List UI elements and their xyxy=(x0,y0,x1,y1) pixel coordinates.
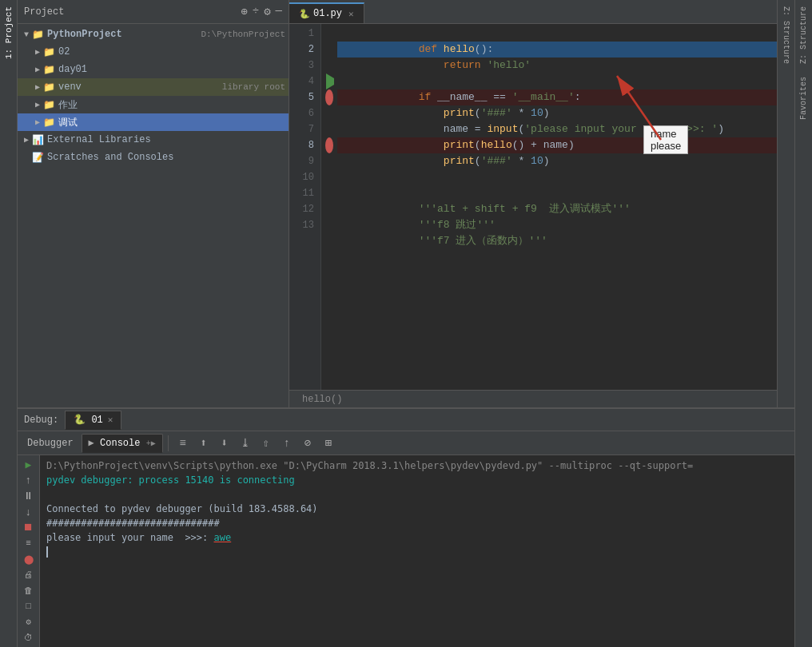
session-close-button[interactable]: ✕ xyxy=(108,415,113,425)
debug-close-btn[interactable]: □ xyxy=(20,600,38,613)
toolbar-sep xyxy=(168,435,169,451)
code-line-11: '''alt + shift + f9 进入调试模式''' xyxy=(337,185,777,201)
debug-header: Debug: 🐍 01 ✕ xyxy=(18,409,794,431)
console-input-line[interactable] xyxy=(46,546,788,558)
debug-stop-btn[interactable]: ⏹ xyxy=(20,522,38,534)
tab-close-button[interactable]: ✕ xyxy=(348,9,354,19)
toolbar-btn-up3[interactable]: ↑ xyxy=(277,434,297,453)
folder-icon: 📁 xyxy=(43,46,55,58)
arrow-icon: ▼ xyxy=(21,30,32,39)
gutter xyxy=(321,24,337,390)
tree-label: day01 xyxy=(58,64,285,75)
sidebar-icon-settings[interactable]: ⚙ xyxy=(264,5,270,18)
right-sidebar: Z: Structure xyxy=(777,0,794,407)
console-line-1: D:\PythonProject\venv\Scripts\python.exe… xyxy=(46,458,788,473)
tree-item-scratches[interactable]: 📝 Scratches and Consoles xyxy=(18,149,289,166)
tree-sublabel: library root xyxy=(222,82,285,92)
tree-label: 02 xyxy=(58,46,285,58)
debug-body: ▶ ↑ ⏸ ↓ ⏹ ≡ ⬤ 🖨 🗑 □ ⚙ ⏱ D:\PythonProject… xyxy=(18,455,794,647)
gutter-5 xyxy=(321,89,337,105)
run-indicator xyxy=(326,73,334,89)
structure-sidebar: Z: Structure Favorites xyxy=(794,0,812,647)
favorites-tab[interactable]: Favorites xyxy=(798,70,810,126)
tree-item-pythonproject[interactable]: ▼ 📁 PythonProject D:\PythonProject xyxy=(18,26,289,43)
console-input-value: awe xyxy=(214,530,232,545)
code-area[interactable]: def hello(): return 'hello' if __name__ … xyxy=(337,24,777,390)
console-line-4: Connected to pydev debugger (build 183.4… xyxy=(46,502,788,516)
tree-item-homework[interactable]: ▶ 📁 作业 xyxy=(18,96,289,113)
arrow-icon: ▶ xyxy=(32,65,43,74)
toolbar-btn-mute[interactable]: ⊘ xyxy=(298,434,317,453)
tree-label: PythonProject xyxy=(47,29,196,40)
breakpoint-5[interactable] xyxy=(325,89,333,105)
console-tab-btn[interactable]: ▶ Console +▶ xyxy=(82,434,163,453)
debug-console[interactable]: D:\PythonProject\venv\Scripts\python.exe… xyxy=(40,455,794,647)
debug-scroll-down[interactable]: ↓ xyxy=(20,506,38,518)
toolbar-btn-down[interactable]: ⬇ xyxy=(215,434,234,453)
library-icon: 📊 xyxy=(32,134,44,146)
gutter-1 xyxy=(321,26,337,42)
arrow-icon: ▶ xyxy=(32,47,43,57)
tab-label: 01.py xyxy=(313,8,342,19)
tree-item-day01[interactable]: ▶ 📁 day01 xyxy=(18,61,289,78)
tree-item-external-libs[interactable]: ▶ 📊 External Libraries xyxy=(18,131,289,149)
folder-icon: 📁 xyxy=(43,99,55,111)
gutter-9 xyxy=(321,153,337,169)
structure-tab[interactable]: Z: Structure xyxy=(798,0,810,70)
session-name: 01 xyxy=(91,415,102,426)
gutter-13 xyxy=(321,217,337,233)
sidebar-icon-split[interactable]: ÷ xyxy=(253,5,259,18)
folder-icon: 📁 xyxy=(43,81,55,93)
sidebar: Project ⊕ ÷ ⚙ ─ ▼ 📁 PythonProject D:\Pyt… xyxy=(18,0,289,407)
debug-title: Debug: xyxy=(24,415,58,426)
debug-tab-session[interactable]: 🐍 01 ✕ xyxy=(65,411,121,430)
toolbar-btn-up[interactable]: ⬆ xyxy=(194,434,213,453)
gutter-10 xyxy=(321,169,337,185)
editor-status-bar: hello() xyxy=(289,390,777,407)
debug-panel: Debug: 🐍 01 ✕ Debugger ▶ Console +▶ ≡ ⬆ … xyxy=(18,407,794,647)
debugger-tab-btn[interactable]: Debugger xyxy=(21,434,80,453)
arrow-icon: ▶ xyxy=(32,100,43,109)
toolbar-btn-table[interactable]: ⊞ xyxy=(319,434,338,453)
gutter-11 xyxy=(321,185,337,201)
folder-icon: 📁 xyxy=(43,117,55,129)
debug-clear-btn[interactable]: 🗑 xyxy=(20,584,38,597)
sidebar-icon-add[interactable]: ⊕ xyxy=(241,5,247,18)
line-numbers: 1 2 3 4 5 6 7 8 9 10 11 12 13 xyxy=(289,24,321,390)
arrow-icon: ▶ xyxy=(32,82,43,92)
gutter-6 xyxy=(321,105,337,121)
tree-label: venv xyxy=(58,81,217,93)
gutter-7 xyxy=(321,121,337,137)
arrow-icon: ▶ xyxy=(32,117,43,127)
debug-scroll-up[interactable]: ↑ xyxy=(20,474,38,487)
session-icon: 🐍 xyxy=(74,414,86,426)
sidebar-icon-minimize[interactable]: ─ xyxy=(276,5,282,18)
breakpoint-8[interactable] xyxy=(325,137,333,153)
tree-item-debug[interactable]: ▶ 📁 调试 xyxy=(18,113,289,131)
tree-sublabel: D:\PythonProject xyxy=(201,30,285,39)
tree-item-02[interactable]: ▶ 📁 02 xyxy=(18,43,289,61)
editor-content: 1 2 3 4 5 6 7 8 9 10 11 12 13 xyxy=(289,24,777,390)
debug-breakpoint-btn[interactable]: ⬤ xyxy=(20,553,38,566)
sidebar-title: Project xyxy=(24,6,241,18)
folder-icon: 📁 xyxy=(43,64,55,76)
sidebar-header: Project ⊕ ÷ ⚙ ─ xyxy=(18,0,289,24)
console-line-2: pydev debugger: process 15140 is connect… xyxy=(46,473,788,487)
toolbar-btn-up2[interactable]: ⇧ xyxy=(257,434,276,453)
debug-toolbar: Debugger ▶ Console +▶ ≡ ⬆ ⬇ ⤓ ⇧ ↑ ⊘ ⊞ xyxy=(18,431,794,455)
gutter-2 xyxy=(321,42,337,58)
editor-tabs: 🐍 01.py ✕ xyxy=(289,0,777,24)
debug-timer-btn[interactable]: ⏱ xyxy=(20,631,38,644)
toolbar-btn-down2[interactable]: ⤓ xyxy=(236,434,255,453)
toolbar-btn-layout[interactable]: ≡ xyxy=(173,434,193,453)
debug-restore-btn[interactable]: ≡ xyxy=(20,538,38,550)
console-cursor xyxy=(46,546,48,558)
project-tab[interactable]: 1: Project xyxy=(2,0,15,65)
debug-pause-btn[interactable]: ⏸ xyxy=(20,490,38,503)
tree-item-venv[interactable]: ▶ 📁 venv library root xyxy=(18,78,289,96)
editor-tab-01py[interactable]: 🐍 01.py ✕ xyxy=(289,2,364,23)
debug-run-btn[interactable]: ▶ xyxy=(20,458,38,471)
right-tab-structure[interactable]: Z: Structure xyxy=(780,0,792,70)
debug-print-btn[interactable]: 🖨 xyxy=(20,569,38,582)
debug-settings-btn[interactable]: ⚙ xyxy=(20,616,38,629)
